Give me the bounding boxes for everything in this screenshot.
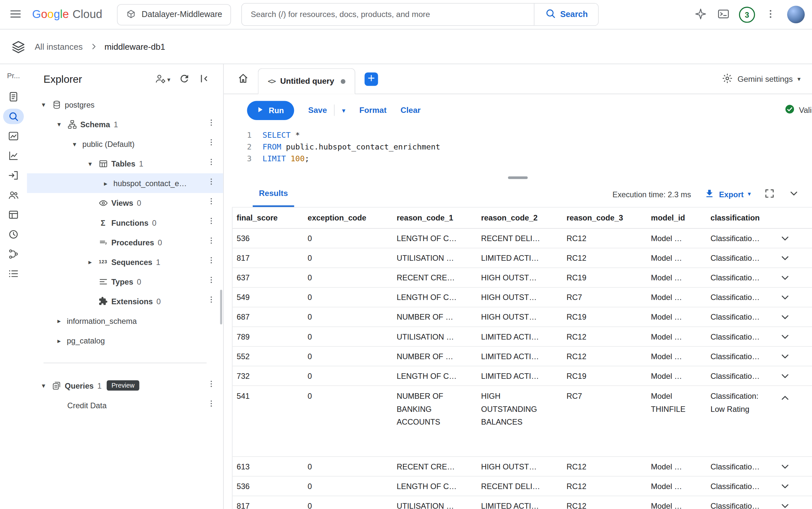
expand-row-button[interactable] <box>779 500 791 509</box>
explorer-scrollbar[interactable] <box>220 290 222 325</box>
notifications-count[interactable]: 3 <box>739 6 755 23</box>
expand-row-button[interactable] <box>779 292 791 303</box>
collapse-explorer-button[interactable] <box>198 73 210 86</box>
more-options-button[interactable] <box>760 4 781 25</box>
breadcrumb-all-instances[interactable]: All instances <box>35 41 83 52</box>
tree-caret-right-icon[interactable]: ▸ <box>84 258 96 266</box>
tree-item-queries[interactable]: ▾Queries1Preview <box>27 376 223 395</box>
cell-model_id: Model … <box>647 307 706 327</box>
clear-button[interactable]: Clear <box>400 106 420 115</box>
export-button[interactable]: Export ▾ <box>705 188 751 200</box>
users-icon[interactable] <box>3 188 24 203</box>
tree-item-menu[interactable] <box>207 118 216 127</box>
report-icon[interactable] <box>3 89 24 104</box>
insights-icon[interactable] <box>3 148 24 163</box>
tree-caret-down-icon[interactable]: ▾ <box>37 381 50 389</box>
tree-item-menu[interactable] <box>207 379 216 388</box>
editor-line[interactable]: 1SELECT * <box>224 129 812 141</box>
expand-row-button[interactable] <box>779 370 791 382</box>
tree-caret-right-icon[interactable]: ▸ <box>53 317 65 325</box>
replicas-icon[interactable] <box>3 246 24 262</box>
run-button[interactable]: Run <box>247 101 294 120</box>
tree-item-tables[interactable]: ▾Tables1 <box>27 154 223 173</box>
google-cloud-logo[interactable]: Google Cloud <box>32 8 102 21</box>
explorer-refresh-button[interactable] <box>179 73 190 86</box>
tree-item-procedures[interactable]: Procedures0 <box>27 232 223 252</box>
save-button[interactable]: Save <box>308 106 327 115</box>
save-dropdown-button[interactable]: ▾ <box>342 106 345 114</box>
table-row: 5410NUMBER OF BANKING ACCOUNTSHIGH OUTST… <box>232 386 812 457</box>
monitoring-icon[interactable] <box>3 128 24 144</box>
studio-search-icon[interactable] <box>3 109 24 124</box>
backup-icon[interactable] <box>3 227 24 242</box>
tree-item-menu[interactable] <box>207 275 216 284</box>
expand-row-button[interactable] <box>779 351 791 362</box>
explorer-user-settings-button[interactable]: ▾ <box>155 73 170 86</box>
tree-item-pg-catalog[interactable]: ▸pg_catalog <box>27 331 223 350</box>
panel-splitter[interactable] <box>224 174 812 181</box>
tree-item-menu[interactable] <box>207 236 216 245</box>
tree-item-label: information_schema <box>67 316 137 325</box>
expand-row-button[interactable] <box>779 461 791 472</box>
notifications-count-value: 3 <box>745 10 749 19</box>
tree-item-menu[interactable] <box>207 256 216 265</box>
format-button[interactable]: Format <box>359 106 386 115</box>
databases-icon[interactable] <box>3 207 24 223</box>
tree-item-menu[interactable] <box>207 177 216 186</box>
tree-caret-right-icon[interactable]: ▸ <box>99 179 112 187</box>
tree-item-hubspot-contact-e-[interactable]: ▸hubspot_contact_e… <box>27 173 223 193</box>
search-button[interactable]: Search <box>534 4 598 25</box>
tree-caret-down-icon[interactable]: ▾ <box>68 140 81 148</box>
expand-row-button[interactable] <box>779 252 791 264</box>
tree-item-menu[interactable] <box>207 295 216 304</box>
new-tab-button[interactable] <box>365 72 378 86</box>
tree-item-credit-data[interactable]: Credit Data <box>27 395 223 415</box>
project-picker[interactable]: Datalayer-Middleware <box>117 4 231 25</box>
collapse-row-button[interactable] <box>779 392 791 404</box>
fullscreen-button[interactable] <box>764 188 775 200</box>
gemini-settings-button[interactable]: Gemini settings ▾ <box>722 73 812 85</box>
tree-item-information-schema[interactable]: ▸information_schema <box>27 311 223 331</box>
collapse-results-button[interactable] <box>788 188 800 201</box>
tree-item-schema[interactable]: ▾Schema1 <box>27 114 223 134</box>
tree-caret-down-icon[interactable]: ▾ <box>84 160 96 168</box>
avatar[interactable] <box>787 6 805 23</box>
main-menu-button[interactable] <box>5 4 26 25</box>
editor-line[interactable]: 3LIMIT 100; <box>224 153 812 165</box>
tree-item-menu[interactable] <box>207 216 216 226</box>
tree-item-menu[interactable] <box>207 197 216 206</box>
gemini-button[interactable] <box>690 4 711 25</box>
table-row: 5360LENGTH OF C…RECENT DELI…RC12Model …C… <box>232 229 812 248</box>
editor-line[interactable]: 2FROM public.hubspot_contact_enrichment <box>224 141 812 153</box>
tree-item-views[interactable]: Views0 <box>27 193 223 213</box>
expand-row-button[interactable] <box>779 480 791 492</box>
operations-icon[interactable] <box>3 266 24 281</box>
sql-editor[interactable]: 1SELECT *2FROM public.hubspot_contact_en… <box>224 126 812 174</box>
tab-untitled-query[interactable]: <> Untitled query <box>258 68 355 94</box>
tree-caret-down-icon[interactable]: ▾ <box>53 121 65 128</box>
tree-caret-down-icon[interactable]: ▾ <box>37 101 50 109</box>
tree-item-postgres[interactable]: ▾postgres <box>27 95 223 114</box>
tree-caret-right-icon[interactable]: ▸ <box>53 337 65 344</box>
tree-item-sequences[interactable]: ▸123Sequences1 <box>27 252 223 272</box>
connections-icon[interactable] <box>3 168 24 183</box>
global-search[interactable]: Search (/) for resources, docs, products… <box>241 3 598 26</box>
tree-item-menu[interactable] <box>207 138 216 147</box>
cloud-shell-button[interactable] <box>713 4 734 25</box>
expand-row-button[interactable] <box>779 233 791 244</box>
app-window: Google Cloud Datalayer-Middleware Search… <box>0 0 812 509</box>
extensions-icon <box>96 296 110 306</box>
tree-item-functions[interactable]: ΣFunctions0 <box>27 213 223 232</box>
tree-item-extensions[interactable]: Extensions0 <box>27 291 223 311</box>
tree-item-menu[interactable] <box>207 399 216 408</box>
expand-row-button[interactable] <box>779 331 791 342</box>
tree-item-types[interactable]: Types0 <box>27 272 223 291</box>
tree-item-menu[interactable] <box>207 157 216 167</box>
cell-final_score: 687 <box>232 307 304 327</box>
results-tab[interactable]: Results <box>253 181 294 207</box>
expand-row-button[interactable] <box>779 272 791 283</box>
expand-row-button[interactable] <box>779 311 791 323</box>
cell-exception_code: 0 <box>304 496 393 509</box>
tree-item-public-default-[interactable]: ▾public (Default) <box>27 134 223 154</box>
home-tab[interactable] <box>228 64 258 94</box>
